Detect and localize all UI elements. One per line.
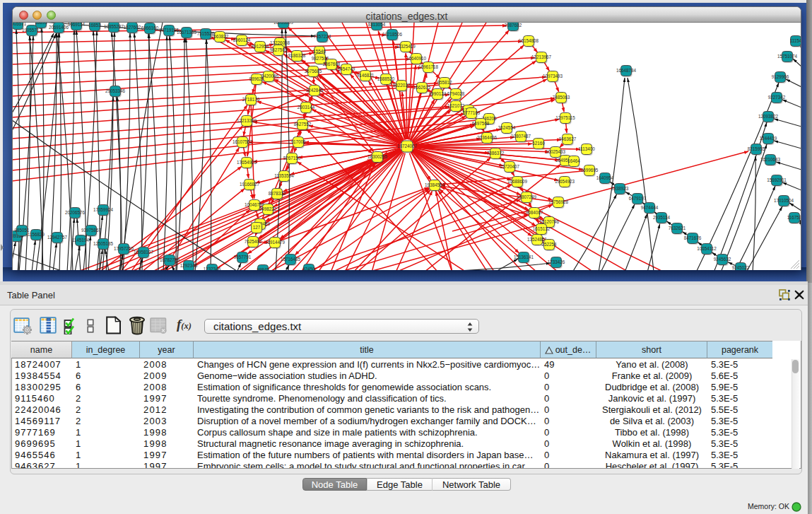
svg-text:20691406: 20691406 — [49, 25, 69, 30]
svg-text:2867608: 2867608 — [323, 62, 341, 66]
svg-text:15136141: 15136141 — [514, 255, 534, 259]
svg-text:18300295: 18300295 — [367, 154, 388, 159]
svg-text:8454749: 8454749 — [338, 66, 355, 71]
svg-text:15692911: 15692911 — [767, 177, 787, 182]
svg-text:1232346: 1232346 — [204, 267, 221, 270]
svg-text:16464: 16464 — [567, 158, 580, 163]
svg-text:1733426: 1733426 — [548, 259, 565, 264]
svg-text:9245022: 9245022 — [732, 265, 750, 270]
svg-text:917006: 917006 — [290, 139, 306, 144]
svg-text:8427552: 8427552 — [294, 122, 312, 127]
svg-text:15716485: 15716485 — [281, 257, 301, 262]
svg-text:16210643: 16210643 — [760, 157, 781, 162]
svg-text:7515526: 7515526 — [197, 31, 215, 36]
svg-text:1562615: 1562615 — [413, 85, 431, 90]
svg-text:20364436: 20364436 — [477, 135, 498, 140]
svg-text:8267150: 8267150 — [283, 156, 301, 160]
svg-text:20206576: 20206576 — [65, 210, 86, 215]
svg-text:11353594: 11353594 — [274, 173, 294, 178]
svg-text:8912954: 8912954 — [252, 44, 269, 49]
svg-text:12505185: 12505185 — [93, 241, 114, 246]
svg-text:3675685: 3675685 — [305, 69, 322, 74]
svg-text:2087682: 2087682 — [505, 23, 522, 28]
svg-text:9084067: 9084067 — [526, 210, 543, 215]
svg-text:17654925: 17654925 — [237, 160, 257, 165]
svg-text:6794028: 6794028 — [447, 91, 465, 96]
svg-text:19218506: 19218506 — [382, 32, 403, 37]
svg-text:99845: 99845 — [257, 267, 269, 270]
svg-text:9657791: 9657791 — [234, 255, 252, 259]
svg-text:9827503: 9827503 — [270, 47, 288, 52]
svg-text:9129966: 9129966 — [772, 74, 789, 79]
svg-text:10958107: 10958107 — [134, 250, 154, 255]
svg-text:10025433: 10025433 — [546, 149, 566, 154]
svg-text:16853: 16853 — [88, 23, 101, 28]
svg-text:1969114: 1969114 — [68, 23, 86, 27]
svg-text:17010504: 17010504 — [774, 198, 794, 203]
svg-text:16914479: 16914479 — [265, 240, 286, 245]
svg-text:16961718: 16961718 — [418, 64, 439, 69]
svg-text:2803144: 2803144 — [298, 105, 315, 110]
svg-text:11325419: 11325419 — [396, 44, 416, 49]
svg-text:16107552: 16107552 — [233, 139, 253, 144]
svg-text:16154808: 16154808 — [519, 38, 539, 43]
svg-text:8186328: 8186328 — [288, 53, 306, 58]
svg-text:19384554: 19384554 — [425, 182, 445, 187]
svg-text:955812: 955812 — [437, 80, 452, 85]
svg-text:0699695: 0699695 — [581, 168, 599, 173]
svg-text:12213967: 12213967 — [531, 54, 552, 59]
svg-text:1527602: 1527602 — [124, 25, 141, 30]
svg-text:6497568: 6497568 — [472, 121, 490, 126]
svg-text:8471676: 8471676 — [684, 235, 702, 240]
svg-text:16053809: 16053809 — [273, 23, 294, 25]
svg-text:9474444: 9474444 — [641, 205, 659, 210]
svg-text:19654923: 19654923 — [555, 179, 575, 184]
svg-text:16640910: 16640910 — [406, 56, 427, 61]
svg-text:11154: 11154 — [790, 38, 801, 43]
svg-text:10973493: 10973493 — [543, 74, 563, 78]
svg-text:19756928: 19756928 — [548, 199, 569, 204]
svg-text:1156829: 1156829 — [28, 232, 45, 237]
svg-text:1905571: 1905571 — [12, 23, 27, 26]
svg-text:8813054: 8813054 — [368, 23, 386, 27]
svg-text:10654112: 10654112 — [697, 246, 717, 251]
svg-text:7357224: 7357224 — [314, 34, 331, 39]
svg-text:1588520: 1588520 — [377, 76, 395, 81]
svg-text:15720407: 15720407 — [500, 164, 520, 169]
svg-text:19166827: 19166827 — [240, 182, 260, 187]
svg-text:1615132: 1615132 — [533, 226, 551, 231]
svg-text:7625402: 7625402 — [245, 239, 262, 244]
svg-text:1244419: 1244419 — [760, 136, 777, 141]
svg-text:2718176: 2718176 — [242, 97, 260, 102]
svg-text:16120746: 16120746 — [539, 219, 560, 224]
svg-text:7386372: 7386372 — [487, 151, 505, 156]
svg-text:6479197: 6479197 — [629, 196, 647, 201]
svg-text:18807249: 18807249 — [517, 194, 537, 199]
svg-text:93975867: 93975867 — [81, 228, 102, 233]
svg-text:16671385: 16671385 — [177, 30, 197, 35]
svg-text:6966160: 6966160 — [141, 25, 159, 30]
svg-text:12093822: 12093822 — [758, 114, 779, 119]
svg-text:18724007: 18724007 — [397, 144, 418, 148]
svg-text:17359924: 17359924 — [93, 207, 114, 212]
svg-text:16782759: 16782759 — [160, 257, 180, 262]
svg-text:13226058: 13226058 — [270, 40, 290, 45]
svg-text:116753: 116753 — [787, 215, 801, 220]
svg-text:9242848: 9242848 — [306, 88, 324, 93]
svg-text:9777169: 9777169 — [463, 110, 481, 115]
svg-text:1145194: 1145194 — [72, 238, 90, 243]
svg-text:15751074: 15751074 — [777, 54, 798, 59]
svg-text:18693: 18693 — [35, 23, 47, 25]
svg-text:12975115: 12975115 — [555, 115, 575, 120]
svg-text:8322037: 8322037 — [393, 83, 411, 88]
svg-text:3624554: 3624554 — [498, 125, 516, 130]
svg-text:9146821: 9146821 — [357, 73, 375, 78]
svg-text:252254: 252254 — [541, 242, 557, 247]
svg-text:10855287: 10855287 — [104, 24, 124, 29]
svg-text:9463627: 9463627 — [559, 136, 577, 141]
svg-text:9245632: 9245632 — [714, 257, 731, 262]
svg-text:8990124: 8990124 — [429, 91, 447, 96]
svg-text:127: 127 — [253, 225, 261, 230]
svg-text:16648784: 16648784 — [616, 68, 637, 73]
svg-text:8938923: 8938923 — [611, 186, 629, 191]
